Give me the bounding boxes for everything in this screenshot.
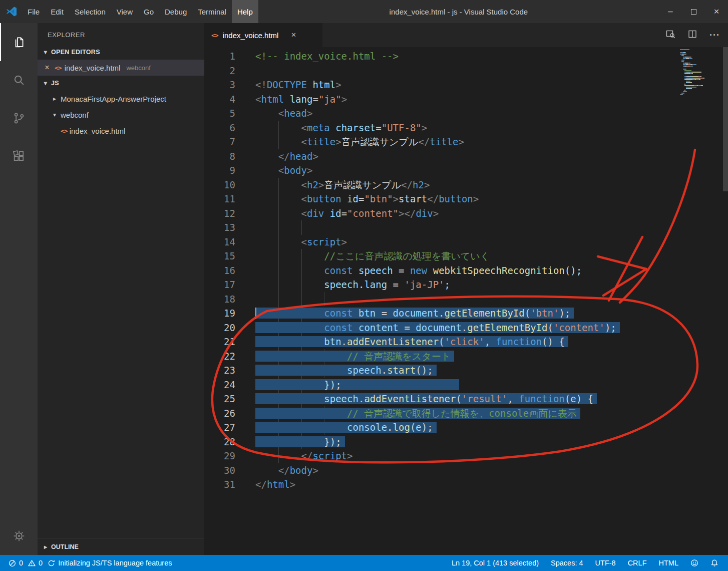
minimap[interactable] [680,49,720,96]
menu-terminal[interactable]: Terminal [192,0,232,23]
language-mode-indicator[interactable]: HTML [655,559,682,567]
problems-errors[interactable]: 0 [6,559,26,567]
encoding-indicator[interactable]: UTF-8 [592,559,619,567]
line-number: 21 [204,335,235,349]
code-line[interactable]: 12 <div id="content"></div> [204,206,728,221]
code-line[interactable]: 17 speech.lang = 'ja-JP'; [204,277,728,292]
maximize-button[interactable] [682,0,705,23]
code-line[interactable]: 15 //ここに音声認識の処理を書いていく [204,249,728,263]
code-token: "btn" [364,193,393,204]
more-actions-icon[interactable]: ··· [709,30,720,41]
line-content: const btn = document.getElementById('btn… [255,306,574,321]
code-line[interactable]: 4<html lang="ja"> [204,92,728,107]
code-token: function [496,336,542,347]
code-line[interactable]: 21 btn.addEventListener('click', functio… [204,335,728,349]
code-line[interactable]: 19 const btn = document.getElementById('… [204,306,728,321]
code-token [341,379,456,390]
activity-extensions-button[interactable] [0,137,38,175]
code-line[interactable]: 2 [204,64,728,78]
code-line[interactable]: 30 </body> [204,463,728,478]
tree-item-webconf-folder[interactable]: ▾ webconf [38,107,204,123]
close-tab-icon[interactable]: × [291,30,296,40]
menu-help[interactable]: Help [232,0,258,23]
menu-edit[interactable]: Edit [45,0,69,23]
menu-selection[interactable]: Selection [69,0,111,23]
code-token: 'click' [445,336,485,347]
code-line[interactable]: 1<!-- index_voice.html --> [204,49,728,64]
code-token: lang [290,94,313,105]
code-area[interactable]: 1<!-- index_voice.html -->23<!DOCTYPE ht… [204,47,728,555]
code-line[interactable]: 10 <h2>音声認識サンプル</h2> [204,178,728,192]
outline-header[interactable]: ▸ OUTLINE [38,538,204,555]
scrollbar[interactable] [723,47,728,191]
code-line[interactable]: 20 const content = document.getElementBy… [204,321,728,335]
code-line[interactable]: 31</html> [204,477,728,492]
code-token: (); [565,265,582,276]
code-line[interactable]: 13 [204,220,728,235]
line-content: <title>音声認識サンプル</title> [255,135,464,149]
minimize-button[interactable]: – [659,0,682,23]
menu-view[interactable]: View [111,0,138,23]
menu-file[interactable]: File [22,0,45,23]
tab-index-voice[interactable]: <> index_voice.html × [204,23,322,47]
eol-indicator[interactable]: CRLF [624,559,650,567]
line-content: <body> [255,163,312,178]
code-line[interactable]: 5 <head> [204,106,728,121]
workspace-header[interactable]: ▾ JS [38,76,204,91]
notifications-button[interactable] [707,559,722,567]
code-token: ( [547,322,553,333]
code-line[interactable]: 6 <meta charset="UTF-8"> [204,121,728,135]
code-line[interactable]: 8 </head> [204,149,728,164]
activity-explorer-button[interactable] [0,23,38,61]
code-line[interactable]: 11 <button id="btn">start</button> [204,192,728,206]
code-token: addEventListener [347,336,439,347]
indent-guide [301,263,302,278]
code-line[interactable]: 25 speech.addEventListener('result', fun… [204,392,728,406]
chevron-down-icon: ▾ [51,111,59,118]
cursor-position[interactable]: Ln 19, Col 1 (413 selected) [448,559,542,567]
indent-guide [278,449,279,463]
activity-source-control-button[interactable] [0,99,38,137]
indentation-indicator[interactable]: Spaces: 4 [547,559,587,567]
tree-item-monaca-project[interactable]: ▸ MonacaFirstApp-AnswerProject [38,91,204,107]
code-line[interactable]: 3<!DOCTYPE html> [204,78,728,92]
code-token: = [393,265,410,276]
code-token: btn [324,336,341,347]
menu-go[interactable]: Go [138,0,159,23]
code-line[interactable]: 7 <title>音声認識サンプル</title> [204,135,728,149]
code-line[interactable]: 22 // 音声認識をスタート [204,349,728,364]
line-number: 9 [204,163,235,178]
open-preview-icon[interactable] [665,29,675,41]
code-line[interactable]: 29 </script> [204,449,728,463]
code-line[interactable]: 28 }); [204,435,728,449]
settings-button[interactable] [0,517,38,555]
split-editor-icon[interactable] [687,29,697,41]
code-line[interactable]: 18 [204,292,728,307]
code-line[interactable]: 26 // 音声認識で取得した情報を、console画面に表示 [204,406,728,421]
problems-warnings[interactable]: 0 [26,559,45,567]
code-token: script [312,450,347,461]
tree-item-index-voice-file[interactable]: <> index_voice.html [38,123,204,139]
code-token: button [439,193,473,204]
language-status[interactable]: Initializing JS/TS language features [45,559,174,567]
menu-debug[interactable]: Debug [159,0,192,23]
editor-actions: ··· [665,23,728,47]
code-line[interactable]: 14 <script> [204,235,728,249]
close-editor-icon[interactable]: × [43,63,52,72]
indent-guide [278,249,279,263]
code-token: ; [445,279,450,290]
code-token: ( [410,422,416,433]
code-line[interactable]: 27 console.log(e); [204,420,728,435]
code-line[interactable]: 23 speech.start(); [204,363,728,378]
code-line[interactable]: 24 }); [204,378,728,392]
open-editor-item[interactable]: × <> index_voice.html webconf [38,60,204,76]
feedback-button[interactable] [687,559,702,567]
code-line[interactable]: 9 <body> [204,163,728,178]
line-content: </body> [255,463,318,478]
code-token [284,94,289,105]
code-line[interactable]: 16 const speech = new webkitSpeechRecogn… [204,263,728,278]
line-content: // 音声認識をスタート [255,349,454,364]
activity-search-button[interactable] [0,61,38,99]
open-editors-header[interactable]: ▾ OPEN EDITORS [38,45,204,60]
close-window-button[interactable]: × [705,0,728,23]
